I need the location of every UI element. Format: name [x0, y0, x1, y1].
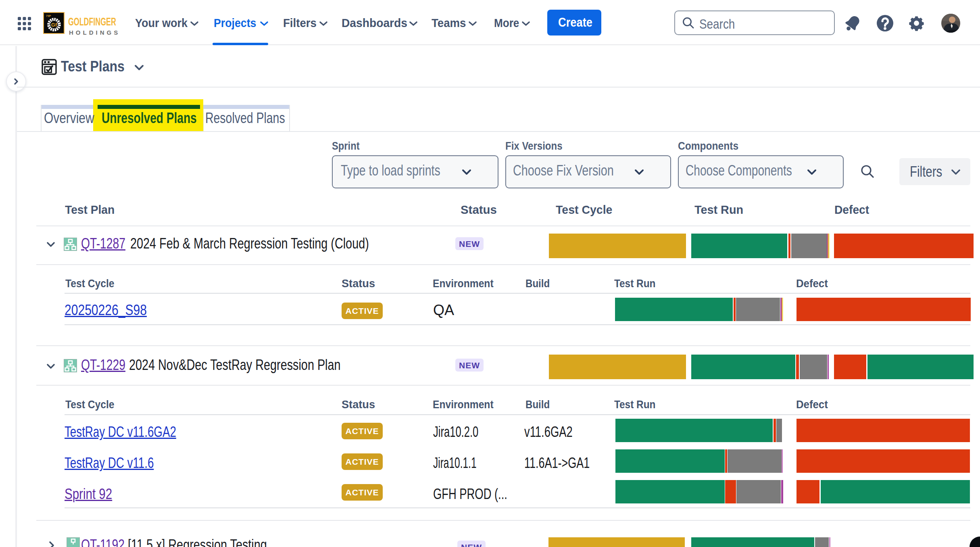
svg-text:Gf: Gf [51, 22, 57, 28]
svg-text:79P: 79P [46, 15, 51, 17]
